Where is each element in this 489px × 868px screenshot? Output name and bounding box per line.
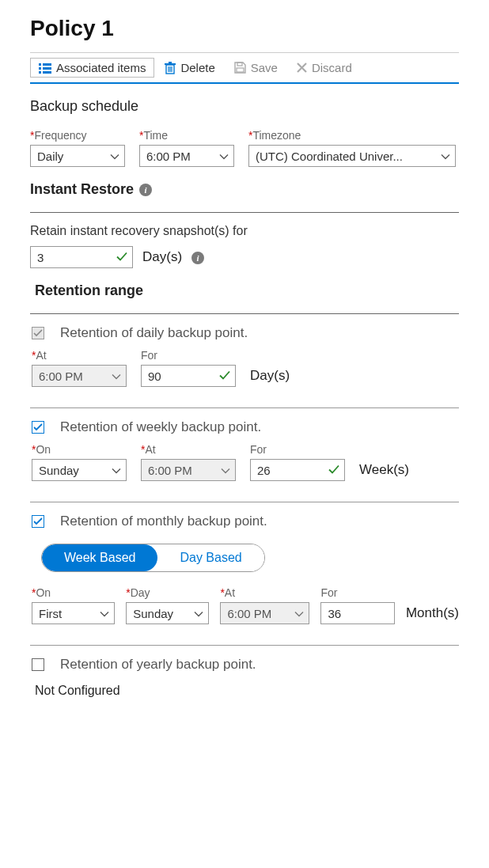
chevron-down-icon (110, 150, 119, 163)
snapshot-unit: Day(s) (142, 249, 182, 265)
svg-rect-3 (43, 67, 51, 70)
save-label: Save (251, 61, 278, 74)
chevron-down-icon (294, 607, 304, 620)
time-label: *Time (139, 129, 234, 142)
chevron-down-icon (194, 607, 203, 620)
svg-rect-2 (39, 67, 41, 70)
info-icon[interactable]: i (139, 184, 152, 196)
yearly-not-configured: Not Configured (35, 684, 459, 698)
divider (30, 212, 459, 213)
yearly-retention-title: Retention of yearly backup point. (60, 657, 256, 673)
monthly-day-select[interactable]: Sunday (126, 602, 209, 624)
chevron-down-icon (219, 150, 229, 163)
time-select[interactable]: 6:00 PM (139, 145, 234, 167)
close-icon (297, 63, 307, 73)
monthly-day-label: *Day (126, 586, 209, 599)
daily-at-select[interactable]: 6:00 PM (32, 365, 127, 387)
monthly-retention-title: Retention of monthly backup point. (60, 514, 267, 529)
toolbar: Associated items Delete Save (30, 52, 459, 84)
chevron-down-icon (221, 464, 230, 477)
daily-for-value: 90 (148, 370, 161, 383)
chevron-down-icon (100, 607, 109, 620)
monthly-for-value: 36 (328, 607, 341, 620)
checkmark-icon (328, 464, 339, 477)
daily-retention-checkbox (32, 327, 44, 339)
timezone-value: (UTC) Coordinated Univer... (256, 150, 403, 163)
timezone-label: *Timezone (248, 129, 459, 142)
daily-for-label: For (141, 349, 236, 362)
chevron-down-icon (441, 150, 450, 163)
instant-restore-heading: Instant Restore i (30, 181, 459, 198)
time-value: 6:00 PM (146, 150, 191, 163)
monthly-for-label: For (320, 586, 395, 599)
checkmark-icon (219, 370, 230, 383)
weekly-for-input[interactable]: 26 (250, 459, 345, 481)
weekly-unit: Week(s) (359, 462, 409, 481)
monthly-basis-toggle: Week Based Day Based (41, 544, 265, 572)
weekly-at-value: 6:00 PM (148, 464, 192, 477)
monthly-on-select[interactable]: First (32, 602, 115, 624)
yearly-retention-checkbox[interactable] (32, 658, 44, 671)
svg-rect-13 (237, 68, 244, 72)
svg-rect-0 (39, 63, 41, 66)
monthly-at-select[interactable]: 6:00 PM (220, 602, 309, 624)
weekly-at-select[interactable]: 6:00 PM (141, 459, 236, 481)
monthly-on-value: First (39, 607, 62, 620)
weekly-on-select[interactable]: Sunday (32, 459, 127, 481)
divider (30, 407, 459, 408)
svg-rect-12 (237, 63, 242, 66)
monthly-day-value: Sunday (133, 607, 173, 620)
daily-retention-title: Retention of daily backup point. (60, 325, 248, 341)
weekly-retention-checkbox[interactable] (32, 421, 44, 434)
svg-rect-7 (165, 63, 176, 65)
checkmark-icon (116, 251, 127, 264)
weekly-on-label: *On (32, 443, 127, 456)
weekly-on-value: Sunday (39, 464, 79, 477)
svg-rect-5 (43, 71, 51, 74)
daily-for-input[interactable]: 90 (141, 365, 236, 387)
chevron-down-icon (112, 370, 121, 383)
monthly-at-label: *At (220, 586, 309, 599)
retention-range-heading: Retention range (35, 282, 459, 299)
page-title: Policy 1 (30, 16, 459, 41)
frequency-value: Daily (37, 150, 63, 163)
divider (30, 502, 459, 502)
weekly-for-label: For (250, 443, 345, 456)
day-based-option[interactable]: Day Based (157, 544, 263, 571)
svg-rect-8 (169, 62, 172, 63)
divider (30, 645, 459, 646)
monthly-on-label: *On (32, 586, 115, 599)
weekly-for-value: 26 (257, 464, 271, 477)
week-based-option[interactable]: Week Based (42, 544, 157, 571)
list-icon (39, 63, 51, 74)
daily-at-value: 6:00 PM (39, 370, 83, 383)
monthly-unit: Month(s) (406, 605, 459, 624)
retain-snapshot-label: Retain instant recovery snapshot(s) for (30, 224, 459, 238)
svg-rect-4 (39, 71, 41, 74)
discard-button[interactable]: Discard (288, 58, 361, 78)
weekly-retention-title: Retention of weekly backup point. (60, 419, 261, 435)
snapshot-days-input[interactable]: 3 (30, 246, 133, 268)
snapshot-days-value: 3 (37, 251, 44, 264)
backup-schedule-row: *Frequency Daily *Time 6:00 PM *Timezone… (30, 129, 459, 167)
info-icon[interactable]: i (191, 251, 204, 264)
save-icon (234, 62, 246, 74)
monthly-retention-checkbox[interactable] (32, 515, 44, 528)
monthly-at-value: 6:00 PM (227, 607, 271, 620)
discard-label: Discard (312, 61, 352, 74)
save-button[interactable]: Save (226, 58, 286, 78)
frequency-label: *Frequency (30, 129, 125, 142)
chevron-down-icon (112, 464, 121, 477)
weekly-at-label: *At (141, 443, 236, 456)
trash-icon (165, 62, 176, 74)
daily-at-label: *At (32, 349, 127, 362)
delete-button[interactable]: Delete (156, 58, 223, 78)
delete-label: Delete (180, 61, 214, 74)
associated-items-button[interactable]: Associated items (30, 58, 154, 78)
timezone-select[interactable]: (UTC) Coordinated Univer... (248, 145, 456, 167)
monthly-for-input[interactable]: 36 (320, 602, 395, 624)
divider (30, 313, 459, 314)
frequency-select[interactable]: Daily (30, 145, 125, 167)
daily-unit: Day(s) (250, 368, 290, 387)
svg-rect-1 (43, 63, 51, 66)
